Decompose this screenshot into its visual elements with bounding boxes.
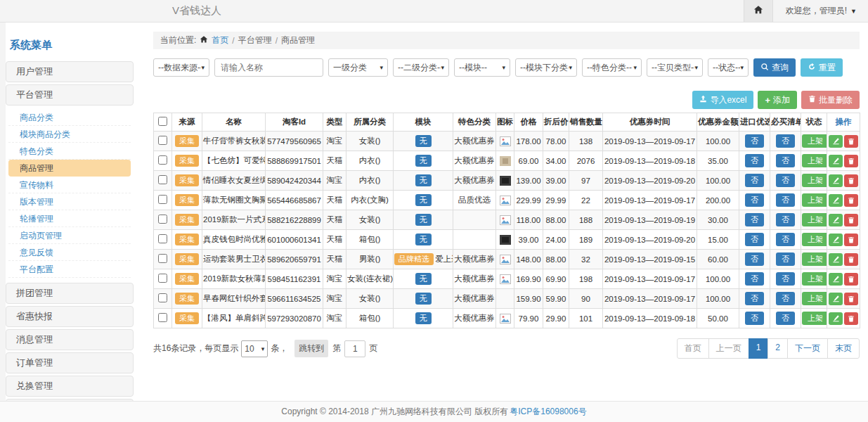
sidebar-item-1-4[interactable]: 宣传物料 [8, 177, 131, 193]
must-buy-toggle[interactable]: 否 [776, 292, 795, 305]
sidebar-item-1-9[interactable]: 平台配置 [8, 261, 131, 278]
icp-link[interactable]: 粤ICP备16098006号 [510, 406, 586, 418]
filter-select-module[interactable]: --模块--▾ [454, 58, 510, 77]
delete-button[interactable] [844, 253, 858, 266]
row-checkbox[interactable] [158, 155, 167, 165]
home-button[interactable] [744, 0, 773, 22]
import-select-toggle[interactable]: 否 [745, 213, 764, 226]
status-button[interactable]: 上架 [802, 154, 827, 167]
must-buy-toggle[interactable]: 否 [776, 154, 795, 167]
import-select-toggle[interactable]: 否 [745, 292, 764, 305]
edit-button[interactable] [829, 135, 843, 148]
sidebar-section-6[interactable]: 兑换管理 [6, 376, 134, 397]
delete-button[interactable] [844, 194, 858, 207]
edit-button[interactable] [829, 293, 843, 305]
sidebar-section-1[interactable]: 平台管理 [6, 84, 134, 106]
filter-select-status[interactable]: --状态--▾ [708, 58, 749, 77]
reset-button[interactable]: 重置 [801, 58, 843, 77]
sidebar-item-1-8[interactable]: 意见反馈 [8, 244, 131, 261]
edit-button[interactable] [829, 234, 843, 246]
breadcrumb-home-link[interactable]: 首页 [212, 34, 228, 46]
import-select-toggle[interactable]: 否 [745, 154, 764, 167]
edit-button[interactable] [829, 174, 843, 187]
status-button[interactable]: 上架 [802, 213, 827, 226]
select-all-checkbox[interactable] [158, 117, 167, 126]
import-select-toggle[interactable]: 否 [745, 252, 764, 266]
sidebar-item-1-1[interactable]: 模块商品分类 [8, 126, 131, 143]
sidebar-item-1-7[interactable]: 启动页管理 [8, 227, 131, 244]
row-checkbox[interactable] [158, 195, 167, 204]
must-buy-toggle[interactable]: 否 [776, 252, 795, 266]
delete-button[interactable] [844, 273, 858, 286]
status-button[interactable]: 上架 [802, 252, 827, 266]
status-button[interactable]: 上架 [802, 312, 827, 325]
sidebar-section-3[interactable]: 省惠快报 [6, 306, 134, 327]
pager-item-1[interactable]: 上一页 [708, 338, 749, 359]
import-select-toggle[interactable]: 否 [745, 134, 764, 148]
search-button[interactable]: 查询 [753, 58, 796, 77]
import-excel-button[interactable]: 导入excel [692, 91, 753, 109]
must-buy-toggle[interactable]: 否 [776, 213, 795, 226]
filter-select-item-type[interactable]: --宝贝类型--▾ [647, 58, 703, 77]
sidebar-section-5[interactable]: 订单管理 [6, 352, 134, 373]
edit-button[interactable] [829, 194, 843, 207]
pager-item-5[interactable]: 末页 [827, 338, 860, 359]
row-checkbox[interactable] [158, 215, 167, 224]
import-select-toggle[interactable]: 否 [745, 193, 764, 207]
user-menu[interactable]: 欢迎您，管理员! ▼ [786, 5, 857, 17]
status-button[interactable]: 上架 [802, 174, 827, 187]
sidebar-section-2[interactable]: 拼团管理 [6, 283, 134, 304]
batch-delete-button[interactable]: 批量删除 [801, 91, 860, 109]
edit-button[interactable] [829, 253, 843, 266]
status-button[interactable]: 上架 [802, 134, 827, 148]
must-buy-toggle[interactable]: 否 [776, 233, 795, 246]
must-buy-toggle[interactable]: 否 [776, 272, 795, 286]
delete-button[interactable] [844, 155, 858, 167]
delete-button[interactable] [844, 293, 858, 305]
filter-select-data-source[interactable]: --数据来源--▾ [153, 58, 209, 77]
import-select-toggle[interactable]: 否 [745, 174, 764, 187]
delete-button[interactable] [844, 214, 858, 226]
pager-item-0[interactable]: 首页 [677, 338, 709, 359]
edit-button[interactable] [829, 214, 843, 226]
sidebar-item-1-3[interactable]: 商品管理 [8, 160, 131, 177]
page-number-input[interactable] [344, 340, 365, 357]
status-button[interactable]: 上架 [802, 233, 827, 246]
per-page-select[interactable]: 10 ▾ [241, 340, 268, 357]
status-button[interactable]: 上架 [802, 272, 827, 286]
sidebar-section-4[interactable]: 消息管理 [6, 329, 134, 350]
edit-button[interactable] [829, 273, 843, 286]
row-checkbox[interactable] [158, 254, 167, 263]
row-checkbox[interactable] [158, 313, 167, 322]
pager-item-4[interactable]: 下一页 [787, 338, 828, 359]
row-checkbox[interactable] [158, 274, 167, 283]
import-select-toggle[interactable]: 否 [745, 312, 764, 325]
delete-button[interactable] [844, 234, 858, 246]
filter-select-feature[interactable]: --特色分类--▾ [582, 58, 642, 77]
must-buy-toggle[interactable]: 否 [776, 193, 795, 207]
sidebar-item-1-0[interactable]: 商品分类 [8, 109, 131, 126]
delete-button[interactable] [844, 135, 858, 148]
import-select-toggle[interactable]: 否 [745, 272, 764, 286]
must-buy-toggle[interactable]: 否 [776, 312, 795, 325]
sidebar-item-1-5[interactable]: 版本管理 [8, 193, 131, 210]
row-checkbox[interactable] [158, 234, 167, 243]
filter-select-category-level2[interactable]: --二级分类--▾ [393, 58, 449, 77]
edit-button[interactable] [829, 312, 843, 325]
delete-button[interactable] [844, 174, 858, 187]
import-select-toggle[interactable]: 否 [745, 233, 764, 246]
sidebar-item-1-6[interactable]: 轮播管理 [8, 210, 131, 227]
row-checkbox[interactable] [158, 136, 167, 145]
status-button[interactable]: 上架 [802, 292, 827, 305]
edit-button[interactable] [829, 155, 843, 167]
status-button[interactable]: 上架 [802, 193, 827, 207]
filter-select-category-level1[interactable]: 一级分类▾ [328, 58, 388, 77]
jump-button[interactable]: 跳转到 [294, 340, 328, 357]
row-checkbox[interactable] [158, 293, 167, 302]
must-buy-toggle[interactable]: 否 [776, 174, 795, 187]
delete-button[interactable] [844, 312, 858, 325]
sidebar-section-0[interactable]: 用户管理 [6, 61, 134, 82]
must-buy-toggle[interactable]: 否 [776, 134, 795, 148]
filter-input-name[interactable] [214, 58, 323, 77]
pager-item-2[interactable]: 1 [749, 338, 769, 359]
